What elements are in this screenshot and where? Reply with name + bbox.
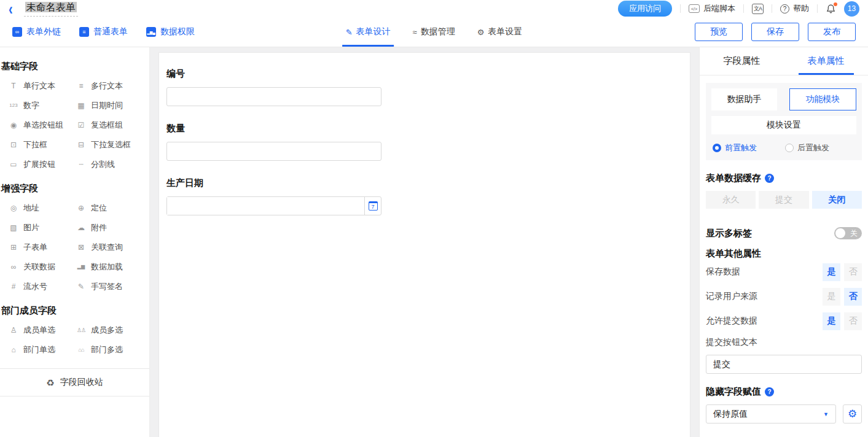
notification-button[interactable] (826, 4, 836, 14)
tab-field-properties[interactable]: 字段属性 (700, 47, 784, 75)
link-data-icon: ∞ (8, 263, 19, 271)
field-item-radio-group[interactable]: ◉单选按钮组 (8, 115, 76, 135)
form-canvas[interactable]: 编号 数量 生产日期 7 (158, 52, 690, 437)
field-item-datetime[interactable]: ▦日期时间 (76, 96, 143, 115)
field-item-select[interactable]: ⊡下拉框 (8, 135, 76, 155)
preview-button[interactable]: 预览 (695, 23, 743, 41)
form-title[interactable]: 未命名表单 (25, 2, 77, 12)
allow-submit-yes-button[interactable]: 是 (823, 312, 840, 330)
field-item-signature[interactable]: ✎手写签名 (76, 277, 143, 296)
field-label: 成员单选 (23, 325, 55, 336)
field-item-checkbox-group[interactable]: ☑复选框组 (76, 115, 143, 135)
field-label: 图片 (23, 222, 39, 233)
field-item-serial-number[interactable]: #流水号 (8, 277, 76, 296)
field-item-member-multi[interactable]: ♙♙成员多选 (76, 320, 143, 340)
radio-pre-trigger[interactable]: 前置触发 (713, 142, 785, 153)
cache-option-submit[interactable]: 提交 (759, 191, 808, 209)
form-doc-icon: ≡ (79, 27, 89, 37)
submit-button-text-label: 提交按钮文本 (706, 337, 862, 348)
help-circle-icon[interactable]: ? (765, 387, 774, 396)
field-item-link-query[interactable]: ⊠关联查询 (76, 238, 143, 257)
function-module-button[interactable]: 功能模块 (789, 88, 856, 110)
field-item-member-single[interactable]: ♙成员单选 (8, 320, 76, 340)
save-data-yes-button[interactable]: 是 (823, 263, 840, 281)
field-input[interactable] (166, 87, 381, 106)
radio-post-trigger[interactable]: 后置触发 (785, 142, 829, 153)
record-source-yes-button[interactable]: 是 (823, 288, 840, 306)
field-item-data-load[interactable]: ▂▆数据加载 (76, 257, 143, 277)
app-access-button[interactable]: 应用访问 (618, 1, 672, 17)
data-assistant-button[interactable]: 数据助手 (711, 88, 777, 110)
cache-section-title: 表单数据缓存 (706, 172, 761, 184)
field-item-number[interactable]: 123数字 (8, 96, 76, 115)
submit-button-text-input[interactable] (706, 355, 862, 374)
field-input[interactable] (166, 142, 381, 161)
prop-label: 允许提交数据 (706, 315, 757, 327)
field-item-multi-line-text[interactable]: ≡多行文本 (76, 76, 143, 96)
date-field[interactable]: 7 (166, 196, 381, 215)
help-button[interactable]: ? 帮助 (780, 3, 809, 14)
date-input[interactable] (167, 197, 364, 215)
member-multi-icon: ♙♙ (76, 328, 87, 333)
backend-script-button[interactable]: </> 后端脚本 (689, 3, 735, 14)
field-item-address[interactable]: ◎地址 (8, 198, 76, 218)
text-icon: T (8, 82, 19, 90)
avatar[interactable]: 13 (844, 1, 859, 17)
field-item-single-line-text[interactable]: T单行文本 (8, 76, 76, 96)
dropdown-multi-icon: ⊟ (76, 141, 87, 149)
field-item-extend-button[interactable]: ▭扩展按钮 (8, 155, 76, 174)
language-icon[interactable]: 文A (752, 4, 764, 14)
date-picker-button[interactable]: 7 (364, 197, 381, 215)
field-item-image[interactable]: ▧图片 (8, 218, 76, 238)
field-label: 数字 (23, 100, 39, 111)
field-label: 下拉复选框 (91, 139, 131, 150)
field-recycle-bin[interactable]: ♻ 字段回收站 (0, 368, 149, 396)
allow-submit-no-button[interactable]: 否 (844, 312, 862, 330)
canvas-field-number-id[interactable]: 编号 (166, 68, 682, 106)
publish-button[interactable]: 发布 (808, 23, 856, 41)
tab-form-properties[interactable]: 表单属性 (784, 47, 868, 75)
field-item-attachment[interactable]: ☁附件 (76, 218, 143, 238)
field-label: 部门多选 (91, 344, 123, 355)
field-item-multi-select[interactable]: ⊟下拉复选框 (76, 135, 143, 155)
tab-normal-form[interactable]: ≡ 普通表单 (79, 26, 128, 37)
section-title-member-fields: 部门成员字段 (1, 305, 149, 317)
hidden-field-assign-select[interactable]: 保持原值 ▼ (706, 404, 836, 423)
save-data-no-button[interactable]: 否 (844, 263, 862, 281)
tab-label: 数据权限 (160, 26, 195, 37)
select-value: 保持原值 (713, 409, 748, 420)
cache-option-permanent[interactable]: 永久 (706, 191, 756, 209)
field-label: 部门单选 (23, 344, 55, 355)
tab-data-management[interactable]: ≈ 数据管理 (413, 17, 455, 47)
record-source-no-button[interactable]: 否 (844, 288, 862, 306)
canvas-field-production-date[interactable]: 生产日期 7 (166, 177, 682, 215)
field-item-location[interactable]: ⊕定位 (76, 198, 143, 218)
field-item-dept-single[interactable]: ⌂部门单选 (8, 340, 76, 360)
form-title-wrap[interactable]: 未命名表单 (24, 1, 78, 17)
tab-form-design[interactable]: ✎ 表单设计 (346, 17, 391, 47)
toolbar: ∞ 表单外链 ≡ 普通表单 ▂▆▄ 数据权限 ✎ 表单设计 ≈ 数据管理 ⚙ 表… (0, 17, 868, 47)
help-circle-icon[interactable]: ? (765, 174, 774, 183)
canvas-field-quantity[interactable]: 数量 (166, 123, 682, 161)
tab-form-external-link[interactable]: ∞ 表单外链 (12, 26, 61, 37)
field-item-divider[interactable]: ┄分割线 (76, 155, 143, 174)
dropdown-icon: ⊡ (8, 141, 19, 149)
tab-label: 表单设计 (356, 26, 391, 37)
cache-option-closed[interactable]: 关闭 (812, 191, 862, 209)
save-button[interactable]: 保存 (751, 23, 799, 41)
field-label: 日期时间 (91, 100, 123, 111)
tab-label: 普通表单 (93, 26, 128, 37)
back-icon[interactable]: ‹ (9, 0, 13, 17)
code-icon: </> (689, 4, 700, 13)
tab-form-settings[interactable]: ⚙ 表单设置 (477, 17, 523, 47)
attachment-icon: ☁ (76, 224, 87, 231)
module-settings-button[interactable]: 模块设置 (711, 116, 856, 134)
hidden-field-settings-button[interactable]: ⚙ (843, 404, 862, 423)
field-item-dept-multi[interactable]: ⌂⌂部门多选 (76, 340, 143, 360)
field-item-link-data[interactable]: ∞关联数据 (8, 257, 76, 277)
data-management-icon: ≈ (413, 28, 417, 37)
tab-data-permission[interactable]: ▂▆▄ 数据权限 (146, 26, 195, 37)
field-item-subform[interactable]: ⊞子表单 (8, 238, 76, 257)
field-label: 成员多选 (91, 325, 123, 336)
multi-tab-toggle[interactable]: 关 (834, 227, 862, 239)
